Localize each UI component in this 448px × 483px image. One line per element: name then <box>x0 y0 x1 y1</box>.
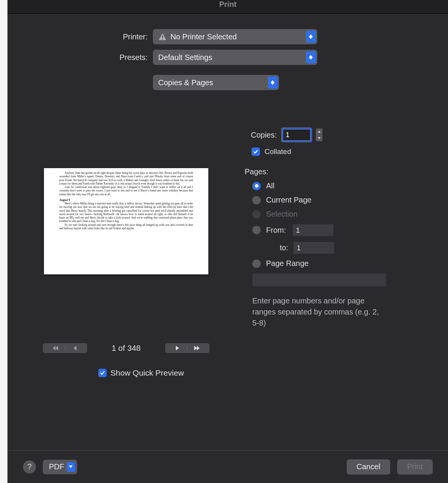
background-document-sliver <box>0 0 8 483</box>
printer-label: Printer: <box>19 32 153 41</box>
show-quick-preview-label: Show Quick Preview <box>110 368 184 378</box>
warning-icon <box>158 33 167 41</box>
preview-page: Anyhow Ame has gotten on all right despi… <box>44 168 208 274</box>
prev-icon <box>72 346 78 350</box>
question-icon: ? <box>27 462 31 471</box>
dialog-footer: ? PDF Cancel Print <box>8 450 448 483</box>
updown-icon <box>306 31 316 43</box>
separator <box>65 345 65 351</box>
pdf-dropdown-button[interactable]: PDF <box>43 460 77 474</box>
chevron-down-icon <box>67 462 75 472</box>
page-indicator: 1 of 348 <box>112 344 141 353</box>
pages-all-radio[interactable] <box>252 182 261 190</box>
presets-label: Presets: <box>19 53 153 62</box>
preview-text: Line for confession was about eighteen g… <box>59 185 193 196</box>
last-page-icon <box>194 346 200 350</box>
options-column: Copies: Collated Pages: All <box>233 107 437 450</box>
check-icon <box>253 149 258 154</box>
collated-label: Collated <box>265 147 291 156</box>
svg-rect-0 <box>162 36 163 38</box>
cancel-label: Cancel <box>357 462 380 471</box>
updown-icon <box>268 76 278 89</box>
dialog-body: Printer: No Printer Selected Presets: De… <box>8 14 448 450</box>
window-title-text: Print <box>219 0 237 8</box>
to-label: to: <box>266 243 288 252</box>
pager: 1 of 348 <box>19 343 233 353</box>
preview-column: Anyhow Ame has gotten on all right despi… <box>19 107 233 450</box>
pages-selection-label: Selection <box>266 210 297 219</box>
to-input[interactable] <box>294 242 334 254</box>
presets-value: Default Settings <box>158 53 212 62</box>
separator <box>187 345 187 351</box>
print-button[interactable]: Print <box>397 459 433 475</box>
print-label: Print <box>407 462 423 471</box>
svg-rect-1 <box>162 39 163 39</box>
section-select[interactable]: Copies & Pages <box>153 75 279 90</box>
pages-current-radio[interactable] <box>252 196 261 204</box>
pages-current-label: Current Page <box>266 196 312 204</box>
presets-select[interactable]: Default Settings <box>153 50 317 65</box>
check-icon <box>100 371 105 375</box>
next-page-button[interactable] <box>165 343 209 353</box>
collated-checkbox[interactable] <box>252 147 260 156</box>
pages-range-label: Page Range <box>266 259 308 268</box>
next-icon <box>175 346 180 350</box>
help-button[interactable]: ? <box>23 460 36 473</box>
from-label: From: <box>266 226 287 235</box>
pages-selection-radio <box>252 210 261 219</box>
page-range-hint: Enter page numbers and/or page ranges se… <box>252 295 382 329</box>
preview-text: So we start looking around and sure enou… <box>59 223 193 230</box>
preview-text: Here's where Miller being a married man … <box>59 202 193 223</box>
printer-value: No Printer Selected <box>170 32 237 41</box>
pages-from-radio[interactable] <box>252 226 261 234</box>
show-quick-preview-checkbox[interactable] <box>98 369 107 377</box>
chevron-down-icon <box>318 137 321 139</box>
preview-text: August 9 <box>59 198 193 202</box>
cancel-button[interactable]: Cancel <box>347 459 390 475</box>
preview-text: Anyhow Ame has gotten on all right despi… <box>59 171 193 185</box>
copies-stepper[interactable] <box>316 128 323 141</box>
pages-range-radio[interactable] <box>252 259 261 268</box>
first-page-icon <box>53 346 58 350</box>
from-input[interactable] <box>293 224 333 236</box>
window-title: Print <box>8 0 448 14</box>
printer-select[interactable]: No Printer Selected <box>153 29 317 44</box>
pages-all-label: All <box>266 182 274 190</box>
updown-icon <box>306 51 316 63</box>
prev-page-button[interactable] <box>43 343 87 353</box>
section-value: Copies & Pages <box>158 78 213 87</box>
print-dialog: Print Printer: No Printer Selected Pre <box>8 0 448 483</box>
page-range-input[interactable] <box>252 273 386 286</box>
copies-input[interactable] <box>282 128 311 141</box>
pages-header: Pages: <box>245 167 437 176</box>
pdf-label: PDF <box>49 462 64 471</box>
chevron-up-icon <box>318 131 321 133</box>
copies-label: Copies: <box>245 131 277 139</box>
